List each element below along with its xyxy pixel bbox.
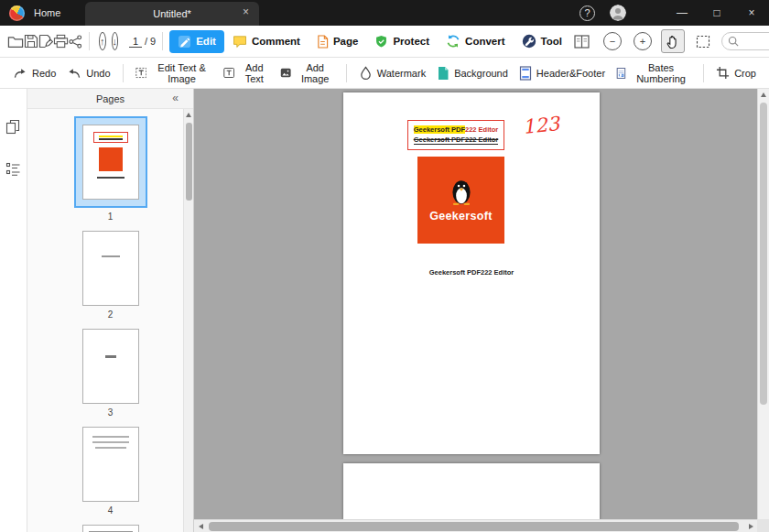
- open-button[interactable]: [7, 29, 24, 53]
- horizontal-scroll-thumb[interactable]: [209, 522, 739, 531]
- crop-button[interactable]: Crop: [710, 62, 762, 83]
- add-image-button[interactable]: Add Image: [275, 59, 340, 88]
- main-toolbar: ↑ ↓ 1 / 9 Edit Comment Page: [0, 26, 769, 58]
- titlebar-right: ? — □ ×: [579, 0, 769, 26]
- page-number-input[interactable]: 1: [129, 36, 142, 48]
- tab-convert[interactable]: Convert: [438, 29, 513, 53]
- page-icon: [317, 35, 329, 49]
- thumbnails-panel-button[interactable]: [4, 116, 24, 136]
- page-thumbnail-4[interactable]: 4: [27, 427, 193, 516]
- document-page-2[interactable]: [343, 463, 600, 520]
- edit-toolbar: Redo Undo Edit Text & Image Add Text: [0, 58, 769, 89]
- document-viewport[interactable]: Geekersoft PDF222 Editor Geekersoft PDF2…: [194, 89, 769, 532]
- page-thumbnail-5[interactable]: 5: [27, 525, 193, 532]
- penguin-icon: [449, 178, 474, 207]
- separator: [346, 64, 347, 82]
- zoom-out-button[interactable]: −: [603, 32, 622, 50]
- tab-edit-label: Edit: [196, 36, 216, 47]
- separator: [123, 64, 124, 82]
- page-thumbnail-2[interactable]: 2: [27, 231, 193, 320]
- hand-icon: [666, 34, 680, 49]
- save-button[interactable]: [24, 29, 38, 53]
- search-input[interactable]: [742, 37, 769, 47]
- page-thumbnail-1[interactable]: 1: [27, 116, 193, 222]
- horizontal-scrollbar[interactable]: [194, 519, 757, 532]
- hand-tool-button[interactable]: [661, 29, 685, 53]
- edit-text-image-button[interactable]: Edit Text & Image: [130, 59, 218, 88]
- brand-logo-block[interactable]: Geekersoft: [417, 157, 504, 244]
- bates-numbering-label: Bates Numbering: [631, 62, 691, 84]
- tab-protect[interactable]: Protect: [366, 30, 438, 53]
- close-button[interactable]: ×: [734, 0, 769, 26]
- page-up-button[interactable]: ↑: [99, 32, 106, 50]
- user-icon: [610, 5, 626, 21]
- bates-numbering-button[interactable]: Bates Numbering: [611, 59, 697, 88]
- pages-panel-title: Pages: [96, 93, 125, 104]
- scroll-left-button[interactable]: [194, 520, 207, 532]
- maximize-button[interactable]: □: [699, 0, 734, 26]
- help-icon[interactable]: ?: [579, 5, 595, 21]
- header-footer-button[interactable]: Header&Footer: [514, 62, 611, 84]
- mini-brand-square: [99, 147, 123, 171]
- thumbnail-page-4: [82, 427, 139, 502]
- document-page-1[interactable]: Geekersoft PDF222 Editor Geekersoft PDF2…: [343, 92, 600, 454]
- search-box[interactable]: [721, 32, 769, 50]
- bates-numbering-icon: [616, 66, 626, 81]
- thumbnail-label: 1: [108, 212, 114, 222]
- thumbnail-list: 1 2 3: [27, 109, 193, 532]
- save-icon: [24, 34, 38, 49]
- handwritten-annotation[interactable]: 123: [522, 113, 560, 138]
- undo-button[interactable]: Undo: [61, 63, 115, 82]
- redbox-line-1: Geekersoft PDF222 Editor: [414, 125, 499, 134]
- avatar[interactable]: [610, 5, 626, 21]
- watermark-button[interactable]: Watermark: [353, 62, 431, 84]
- background-button[interactable]: Background: [431, 62, 514, 84]
- undo-label: Undo: [86, 68, 110, 79]
- share-button[interactable]: [69, 29, 82, 53]
- marquee-select-icon: [696, 35, 710, 49]
- tab-page[interactable]: Page: [309, 30, 367, 53]
- triangle-left-icon: [199, 524, 203, 529]
- minimize-button[interactable]: —: [665, 0, 699, 26]
- annotation-redbox[interactable]: Geekersoft PDF222 Editor Geekersoft PDF2…: [407, 120, 504, 150]
- titlebar: Home Untitled* × ? — □ ×: [0, 0, 769, 26]
- background-label: Background: [454, 68, 508, 79]
- separator: [162, 32, 163, 50]
- tab-edit[interactable]: Edit: [169, 30, 224, 53]
- pages-sidebar: Pages « 1: [27, 89, 194, 532]
- sidebar-scrollbar[interactable]: [183, 109, 193, 532]
- search-icon: [728, 36, 739, 47]
- edit-text-image-icon: [135, 66, 146, 80]
- shield-icon: [374, 35, 388, 49]
- save-as-button[interactable]: [38, 29, 53, 53]
- home-menu[interactable]: Home: [34, 7, 60, 18]
- thumbnail-page-1: [82, 125, 139, 200]
- print-button[interactable]: [53, 29, 69, 53]
- zoom-in-button[interactable]: +: [634, 32, 652, 50]
- tab-comment[interactable]: Comment: [224, 30, 309, 53]
- separator: [703, 64, 704, 82]
- edit-pencil-icon: [178, 35, 191, 49]
- pages-panel-icon: [5, 119, 21, 135]
- tab-tool[interactable]: Tool: [514, 29, 570, 53]
- thumbnail-label: 4: [108, 505, 114, 516]
- bookmarks-panel-button[interactable]: [4, 158, 24, 179]
- thumbnail-selection: [74, 116, 147, 208]
- collapse-sidebar-button[interactable]: «: [172, 92, 179, 104]
- scroll-up-button[interactable]: [758, 89, 769, 101]
- scroll-right-button[interactable]: [744, 520, 757, 532]
- vertical-scrollbar[interactable]: [757, 89, 769, 519]
- add-text-button[interactable]: Add Text: [218, 59, 275, 88]
- select-area-button[interactable]: [691, 29, 715, 53]
- vertical-scroll-thumb[interactable]: [760, 103, 767, 405]
- page-layout-button[interactable]: [570, 29, 594, 53]
- tab-close-icon[interactable]: ×: [243, 6, 249, 17]
- redo-button[interactable]: Redo: [7, 63, 61, 82]
- document-tab[interactable]: Untitled* ×: [85, 2, 259, 26]
- sidebar-scroll-thumb[interactable]: [186, 123, 192, 201]
- page-thumbnail-3[interactable]: 3: [27, 329, 193, 418]
- tab-convert-label: Convert: [465, 36, 504, 47]
- sidebar-scroll-up-button[interactable]: [184, 109, 193, 120]
- page-down-button[interactable]: ↓: [112, 32, 119, 50]
- document-tab-title: Untitled*: [153, 8, 191, 19]
